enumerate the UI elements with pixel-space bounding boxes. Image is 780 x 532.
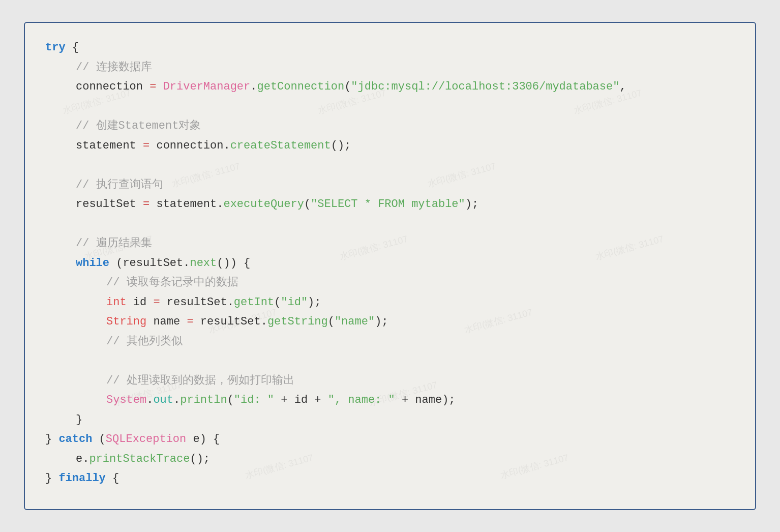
line-while-open: while (resultSet.next()) { (45, 254, 735, 274)
line-try-open: try { (45, 38, 735, 58)
line-comment-connect: // 连接数据库 (45, 58, 735, 78)
line-empty-1 (45, 97, 735, 117)
line-comment-other: // 其他列类似 (45, 332, 735, 352)
line-empty-2 (45, 156, 735, 175)
line-comment-iterate: // 遍历结果集 (45, 234, 735, 254)
line-close-while: } (45, 410, 735, 430)
line-comment-read: // 读取每条记录中的数据 (45, 273, 735, 293)
line-statement-assign: statement = connection.createStatement()… (45, 136, 735, 156)
line-connection-assign: connection = DriverManager.getConnection… (45, 77, 735, 97)
line-empty-3 (45, 215, 735, 234)
line-finally-open: } finally { (45, 469, 735, 489)
line-string-name: String name = resultSet.getString("name"… (45, 312, 735, 332)
line-print-stack: e.printStackTrace(); (45, 450, 735, 469)
line-comment-process: // 处理读取到的数据，例如打印输出 (45, 371, 735, 391)
line-int-id: int id = resultSet.getInt("id"); (45, 293, 735, 313)
line-comment-query: // 执行查询语句 (45, 175, 735, 195)
line-resultset-assign: resultSet = statement.executeQuery("SELE… (45, 195, 735, 215)
line-comment-statement: // 创建Statement对象 (45, 116, 735, 136)
line-empty-4 (45, 351, 735, 371)
line-catch-open: } catch (SQLException e) { (45, 430, 735, 450)
code-block: try { // 连接数据库 connection = DriverManage… (45, 38, 735, 489)
code-container: 水印(微信: 31107 水印(微信: 31107 水印(微信: 31107 水… (24, 22, 756, 510)
line-system-println: System.out.println("id: " + id + ", name… (45, 391, 735, 410)
